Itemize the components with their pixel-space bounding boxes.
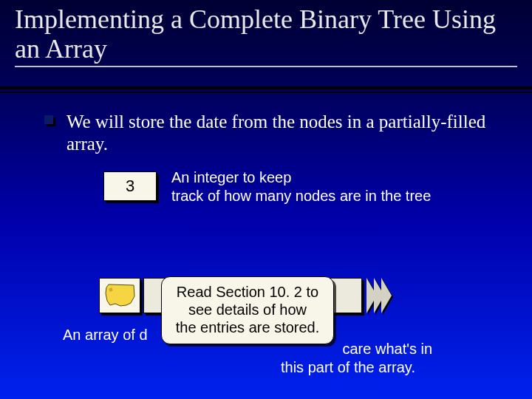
array-caption: An array of d xyxy=(63,327,148,344)
tail-caption-line2: this part of the array. xyxy=(281,359,415,375)
title-underline xyxy=(15,66,517,67)
integer-caption-line1: An integer to keep xyxy=(171,169,291,185)
integer-caption: An integer to keep track of how many nod… xyxy=(171,168,510,205)
bullet-item: We will store the date from the nodes in… xyxy=(44,111,510,154)
slide-title: Implementing a Complete Binary Tree Usin… xyxy=(15,4,517,64)
horizontal-double-rule xyxy=(0,86,532,93)
note-line1: Read Section 10. 2 to xyxy=(177,284,318,300)
integer-count-box: 3 xyxy=(103,171,157,201)
tail-caption: We don't care what's in this part of the… xyxy=(281,340,510,377)
bullet-text: We will store the date from the nodes in… xyxy=(66,111,510,154)
callout-note: Read Section 10. 2 to see details of how… xyxy=(161,276,334,344)
integer-caption-line2: track of how many nodes are in the tree xyxy=(171,188,431,204)
title-area: Implementing a Complete Binary Tree Usin… xyxy=(0,0,532,64)
array-continuation-icon xyxy=(366,278,389,313)
svg-rect-1 xyxy=(44,115,53,124)
content-area: We will store the date from the nodes in… xyxy=(44,111,510,154)
note-line3: the entries are stored. xyxy=(176,319,320,335)
array-cell-0 xyxy=(99,278,140,313)
note-line2: see details of how xyxy=(188,301,307,318)
tail-caption-line1: care what's in xyxy=(343,341,433,357)
shadow-square-icon xyxy=(44,115,56,127)
